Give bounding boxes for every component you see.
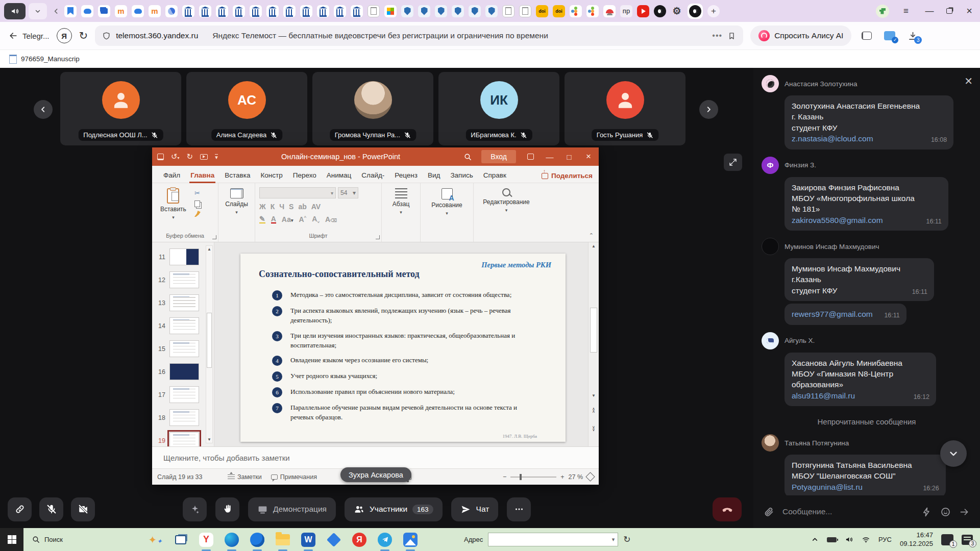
pp-minimize-button[interactable]: — [545,153,555,161]
clock[interactable]: 16:47 09.12.2025 [900,531,933,548]
zoom-out-button[interactable]: − [503,473,506,481]
raise-hand-button[interactable] [215,497,239,521]
browser-tab-joomla-icon[interactable] [570,5,582,17]
tray-app-icon[interactable]: 1 [941,534,953,545]
collapse-ribbon-button[interactable]: ⌃ [584,232,599,242]
browser-tab-cloud-blue-icon[interactable] [81,5,93,17]
chat-bubble[interactable]: Муминов Инсаф Махмудовичг.Казаньстудент … [785,258,934,301]
browser-tab-bank-icon[interactable] [334,5,346,17]
taskbar-app-yandex[interactable]: Я [352,532,367,547]
slide-thumbnail-row[interactable]: 11 [152,245,214,268]
new-slide-button[interactable]: Слайды ▾ [223,187,251,216]
browser-tab-bank-icon[interactable] [300,5,312,17]
slide-thumbnail-row[interactable]: 14 [152,314,214,337]
close-button[interactable]: × [963,5,976,17]
slide-thumbnail[interactable] [169,271,199,288]
emoji-icon[interactable] [940,507,951,517]
screenshot-icon[interactable] [884,31,895,40]
slide-thumbnail-row[interactable]: 19 [152,429,214,446]
redo-icon[interactable]: ↻ [187,152,193,161]
start-slideshow-icon[interactable] [200,154,208,160]
chat-email-link[interactable]: zakirova5580@gmail.com [792,216,883,224]
share-button[interactable]: Поделиться [542,172,593,183]
browser-tab-youtube-icon[interactable] [637,5,649,17]
browser-tab-dark-app-icon[interactable] [654,5,666,17]
next-slide-button[interactable]: ∨∨ [589,426,599,431]
text-highlight-button[interactable]: ✎ [259,215,265,223]
ribbon-tab-2[interactable]: Главна [185,168,219,183]
browser-tab-m-orange-icon[interactable] [149,5,161,17]
browser-tab-crest-icon[interactable] [452,5,464,17]
browser-tab-ms-grid-icon[interactable] [384,5,397,17]
browser-tab-crest-icon[interactable] [418,5,430,17]
format-painter-button[interactable] [194,211,201,217]
taskbar-app-telegram[interactable] [377,532,393,547]
zoom-in-button[interactable]: + [560,473,564,481]
pp-maximize-button[interactable]: □ [564,153,574,161]
browser-tab-crest-icon[interactable] [435,5,447,17]
scrollbar-thumb[interactable] [590,308,597,353]
slide-thumbnail[interactable] [169,409,199,426]
slide-thumbnail[interactable] [169,386,199,403]
taskbar-search[interactable]: Поиск [23,535,71,544]
font-style-button[interactable]: AV [311,203,321,211]
battery-icon[interactable] [827,537,837,542]
ribbon-tab-7[interactable]: Слайд- [356,168,389,183]
font-style-button[interactable]: Ж [259,203,266,211]
browser-tab-bank-icon[interactable] [182,5,194,17]
minimize-button[interactable]: — [923,6,936,16]
previous-slide-button[interactable]: ∧∧ [589,408,599,413]
slide-thumbnail[interactable] [169,317,199,334]
browser-tab-bookmark-blue-icon[interactable] [64,5,77,17]
ribbon-tab-9[interactable]: Вид [423,168,445,183]
ask-alice-button[interactable]: Спросить Алису AI [750,26,851,46]
slide-thumbnail-row[interactable]: 13 [152,291,214,314]
slide-thumbnail[interactable] [169,294,199,311]
browser-tab-doi-icon[interactable]: doi [536,5,548,17]
font-style-button[interactable]: К [271,203,275,211]
participants-scroll-left-button[interactable] [34,100,53,119]
taskbar-app-sparkles[interactable]: ✦ [148,532,163,547]
address-toolbar-input[interactable]: ▾ [488,533,618,546]
active-tab-audio-indicator[interactable] [4,3,26,19]
side-panels-icon[interactable] [862,32,872,40]
participant-tile[interactable]: Гость Рушания [565,72,685,145]
scroll-up-icon[interactable]: ▲ [206,247,212,252]
share-screen-button[interactable]: Демонстрация [248,497,336,521]
active-tab[interactable] [688,4,703,19]
send-icon[interactable] [959,507,970,517]
taskbar-app-explorer[interactable] [275,532,290,547]
pp-close-button[interactable]: × [583,152,594,162]
browser-tab-crest-icon[interactable] [401,5,413,17]
browser-tab-bank-icon[interactable] [283,5,296,17]
browser-tab-bank-icon[interactable] [266,5,279,17]
notes-pane[interactable]: Щелкните, чтобы добавить заметки [152,446,599,468]
slide-thumbnail-row[interactable]: 17 [152,383,214,406]
yandex-home-button[interactable]: Я [57,28,72,43]
sign-in-button[interactable]: Вход [481,150,516,163]
slide-thumbnail[interactable] [169,363,199,380]
language-indicator[interactable]: РУС [878,536,892,543]
participant-tile[interactable]: Громова Чулпан Ра... [312,72,433,145]
bookmark-item[interactable]: 976659_Manuscrip [21,55,80,63]
scroll-to-bottom-button[interactable] [940,440,967,467]
clipboard-dialog-launcher[interactable] [212,235,216,239]
font-size-combobox[interactable]: 54▾ [338,187,358,198]
more-options-button[interactable] [507,497,531,521]
ribbon-tab-1[interactable]: Файл [158,168,185,183]
ribbon-tab-3[interactable]: Вставка [219,168,255,183]
font-style-button[interactable]: ab [298,203,306,211]
participants-button[interactable]: Участники 163 [345,497,443,521]
browser-tab-gear-icon[interactable] [671,5,683,17]
chat-bubble[interactable]: Хасанова Айгуль МинибаевнаМБОУ «Гимназия… [785,353,936,407]
editor-scrollbar[interactable]: ▲ ▼ ∧∧ ∨∨ [588,242,599,446]
taskbar-app-ybrowser[interactable]: Y [199,532,214,547]
zoom-slider[interactable] [510,477,556,478]
browser-tab-bank-icon[interactable] [250,5,262,17]
bookmark-flag-icon[interactable] [727,32,736,40]
ribbon-tab-6[interactable]: Анимац [322,168,357,183]
comments-toggle[interactable]: Примечания [271,473,317,481]
slide-thumbnail-row[interactable]: 15 [152,337,214,360]
font-dialog-launcher[interactable] [376,235,380,239]
omnibox-more-icon[interactable]: ••• [712,31,722,40]
